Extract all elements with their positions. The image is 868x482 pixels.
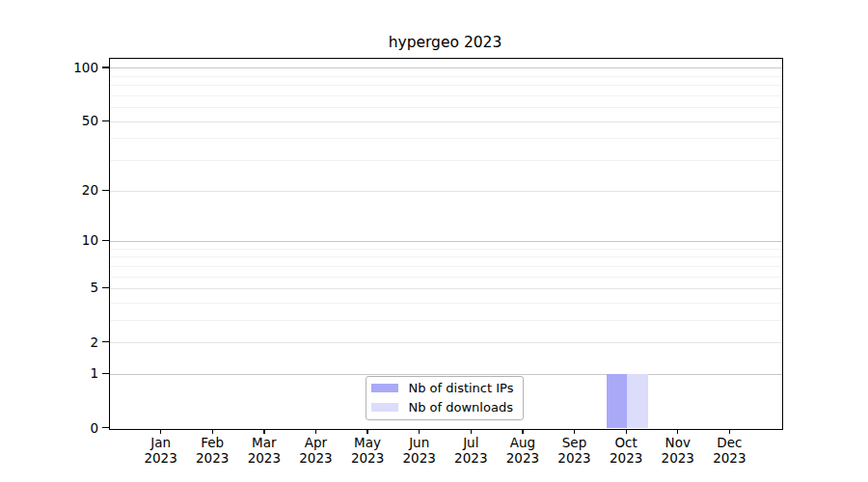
y-tick-mark [102, 120, 109, 121]
gridline-minor [110, 95, 782, 96]
gridline-minor [110, 107, 782, 108]
x-tick-mark [263, 429, 264, 435]
gridline-major [110, 67, 782, 68]
x-tick-mark [522, 429, 523, 435]
y-tick-label: 50 [31, 112, 98, 129]
y-tick-mark [102, 287, 109, 288]
x-tick-mark [366, 429, 367, 435]
x-tick-mark [677, 429, 678, 435]
x-tick-mark [574, 429, 575, 435]
gridline-minor [110, 85, 782, 86]
bar-distinct-ips [607, 374, 628, 428]
gridline-mid [110, 288, 782, 289]
y-tick-label: 2 [31, 334, 98, 351]
bar-downloads [627, 374, 648, 428]
legend-label-distinct-ips: Nb of distinct IPs [409, 381, 514, 395]
x-tick-mark [315, 429, 316, 435]
gridline-minor [110, 160, 782, 161]
x-tick-label: Dec2023 [698, 436, 760, 466]
y-tick-mark [102, 373, 109, 374]
gridline-minor [110, 256, 782, 257]
x-tick-mark [729, 429, 730, 435]
legend-swatch-distinct-ips [371, 384, 398, 393]
gridline-minor [110, 303, 782, 304]
gridline-mid [110, 342, 782, 343]
legend-label-downloads: Nb of downloads [409, 400, 513, 415]
gridline-minor [110, 320, 782, 321]
y-tick-label: 10 [31, 231, 98, 249]
x-tick-mark [419, 429, 420, 435]
gridline-minor [110, 138, 782, 139]
y-tick-mark [102, 190, 109, 191]
legend: Nb of distinct IPs Nb of downloads [366, 376, 524, 420]
legend-item-downloads: Nb of downloads [371, 400, 523, 415]
x-tick-mark [471, 429, 472, 435]
x-tick-mark [160, 429, 161, 435]
figure: hypergeo 2023 0125102050100Jan2023Feb202… [0, 0, 868, 482]
y-tick-label: 100 [31, 59, 98, 76]
gridline-major [110, 241, 782, 242]
gridline-minor [110, 266, 782, 267]
gridline-minor [110, 277, 782, 278]
legend-item-distinct-ips: Nb of distinct IPs [371, 381, 523, 395]
gridline-major [110, 374, 782, 375]
chart-title: hypergeo 2023 [109, 34, 781, 51]
gridline-minor [110, 76, 782, 77]
y-tick-mark [102, 240, 109, 241]
y-tick-label: 1 [31, 364, 98, 382]
y-tick-mark [102, 67, 109, 67]
plot-area [109, 58, 783, 430]
y-tick-mark [102, 341, 109, 342]
gridline-mid [110, 191, 782, 192]
legend-swatch-downloads [371, 403, 398, 413]
x-tick-mark [626, 429, 627, 435]
x-tick-mark [212, 429, 213, 435]
y-tick-label: 5 [31, 279, 98, 296]
gridline-mid [110, 121, 782, 122]
y-tick-label: 20 [31, 181, 98, 199]
y-tick-label: 0 [31, 419, 98, 437]
gridline-minor [110, 249, 782, 250]
y-tick-mark [102, 427, 109, 428]
